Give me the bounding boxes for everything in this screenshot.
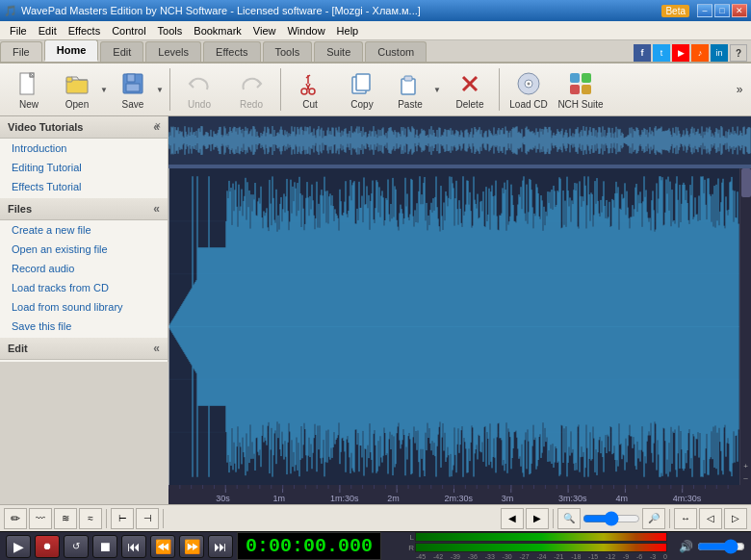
menu-effects[interactable]: Effects xyxy=(63,23,106,38)
save-button[interactable]: Save xyxy=(112,66,154,113)
close-button[interactable]: ✕ xyxy=(732,4,747,17)
undo-button[interactable]: Undo xyxy=(174,66,224,113)
loop-button[interactable]: ↺ xyxy=(64,535,89,558)
record-button[interactable]: ⏺ xyxy=(35,535,60,558)
menu-window[interactable]: Window xyxy=(281,23,330,38)
sidebar-item-record-audio[interactable]: Record audio xyxy=(0,259,168,278)
linkedin-icon[interactable]: in xyxy=(711,44,728,62)
volume-slider[interactable] xyxy=(697,540,745,553)
save-dropdown-arrow[interactable]: ▼ xyxy=(154,66,166,113)
cut-label: Cut xyxy=(302,99,318,110)
menu-bar: File Edit Effects Control Tools Bookmark… xyxy=(0,21,751,40)
tab-edit[interactable]: Edit xyxy=(100,41,143,62)
tab-custom[interactable]: Custom xyxy=(365,41,427,62)
twitter-icon[interactable]: t xyxy=(653,44,670,62)
menu-help[interactable]: Help xyxy=(331,23,365,38)
sidebar-close-button[interactable]: × xyxy=(151,118,165,132)
zoom-slider[interactable] xyxy=(583,512,640,525)
pitch-tool[interactable]: ≈ xyxy=(79,508,102,529)
tab-home[interactable]: Home xyxy=(44,39,99,62)
waveform-overview[interactable] xyxy=(168,116,751,165)
scroll-right-button[interactable]: ▷ xyxy=(724,508,747,529)
open-button[interactable]: Open xyxy=(56,66,98,113)
menu-tools[interactable]: Tools xyxy=(152,23,189,38)
paste-button[interactable]: Paste xyxy=(389,66,431,113)
minimize-button[interactable]: – xyxy=(697,4,712,17)
menu-edit[interactable]: Edit xyxy=(33,23,63,38)
redo-label: Redo xyxy=(240,99,263,110)
tab-file[interactable]: File xyxy=(0,41,42,62)
menu-file[interactable]: File xyxy=(4,23,33,38)
toolbar-sep-3 xyxy=(499,68,500,111)
nch-suite-button[interactable]: NCH Suite xyxy=(556,66,606,113)
open-dropdown-arrow[interactable]: ▼ xyxy=(98,66,110,113)
pencil-tool[interactable]: ✏ xyxy=(4,508,27,529)
load-cd-icon xyxy=(515,70,542,97)
menu-control[interactable]: Control xyxy=(106,23,151,38)
delete-icon xyxy=(456,70,483,97)
menu-bookmark[interactable]: Bookmark xyxy=(188,23,247,38)
scrollbar-thumb[interactable] xyxy=(741,168,751,197)
toolbar: New Open ▼ Save ▼ Undo Redo xyxy=(0,64,751,116)
soundcloud-icon[interactable]: ♪ xyxy=(691,44,709,62)
sidebar-item-editing-tutorial[interactable]: Editing Tutorial xyxy=(0,158,168,177)
svg-rect-6 xyxy=(127,74,135,82)
next-marker-tool[interactable]: ▶ xyxy=(526,508,549,529)
svg-rect-17 xyxy=(404,76,412,81)
sidebar-section-edit-header[interactable]: Edit « xyxy=(0,338,168,360)
vertical-scrollbar[interactable]: + – xyxy=(739,168,751,485)
toolbar-sep-2 xyxy=(280,68,281,111)
cut-button[interactable]: Cut xyxy=(285,66,335,113)
facebook-icon[interactable]: f xyxy=(634,44,651,62)
marker-left-tool[interactable]: ⊢ xyxy=(111,508,134,529)
waveform-main[interactable]: + – xyxy=(168,168,751,485)
sidebar-section-video-tutorials: Video Tutorials « Introduction Editing T… xyxy=(0,116,168,196)
zoom-minus-icon[interactable]: – xyxy=(740,471,751,483)
rewind-button[interactable]: ⏪ xyxy=(150,535,175,558)
redo-button[interactable]: Redo xyxy=(226,66,276,113)
prev-button[interactable]: ⏮ xyxy=(121,535,146,558)
zoom-plus-icon[interactable]: + xyxy=(740,460,751,471)
zoom-in-button[interactable]: 🔎 xyxy=(642,508,665,529)
delete-button[interactable]: Delete xyxy=(445,66,495,113)
spectral-tool[interactable]: ≋ xyxy=(54,508,77,529)
tab-tools[interactable]: Tools xyxy=(263,41,313,62)
stop-button[interactable]: ⏹ xyxy=(92,535,117,558)
marker-right-tool[interactable]: ⊣ xyxy=(136,508,159,529)
menu-view[interactable]: View xyxy=(247,23,282,38)
tab-effects[interactable]: Effects xyxy=(203,41,260,62)
waveform-tool[interactable]: 〰 xyxy=(29,508,52,529)
load-cd-button[interactable]: Load CD xyxy=(504,66,554,113)
sidebar-item-introduction[interactable]: Introduction xyxy=(0,139,168,158)
scroll-left-button[interactable]: ◁ xyxy=(699,508,722,529)
svg-rect-25 xyxy=(570,85,580,94)
sidebar-item-save-file[interactable]: Save this file xyxy=(0,317,168,336)
undo-label: Undo xyxy=(188,99,211,110)
sidebar-section-video-tutorials-header[interactable]: Video Tutorials « xyxy=(0,116,168,139)
tab-suite[interactable]: Suite xyxy=(314,41,363,62)
zoom-fit-button[interactable]: ↔ xyxy=(674,508,697,529)
svg-rect-24 xyxy=(582,73,591,83)
fast-forward-button[interactable]: ⏩ xyxy=(179,535,204,558)
sidebar-item-effects-tutorial[interactable]: Effects Tutorial xyxy=(0,177,168,196)
maximize-button[interactable]: □ xyxy=(714,4,730,17)
sidebar-item-load-tracks-cd[interactable]: Load tracks from CD xyxy=(0,278,168,297)
sidebar-section-files-header[interactable]: Files « xyxy=(0,198,168,220)
youtube-icon[interactable]: ▶ xyxy=(672,44,689,62)
next-button[interactable]: ⏭ xyxy=(208,535,233,558)
zoom-control: 🔍 🔎 xyxy=(557,508,665,529)
copy-button[interactable]: Copy xyxy=(337,66,387,113)
sidebar-item-load-sound-library[interactable]: Load from sound library xyxy=(0,297,168,317)
sidebar-item-open-existing-file[interactable]: Open an existing file xyxy=(0,240,168,259)
tab-levels[interactable]: Levels xyxy=(145,41,201,62)
zoom-out-button[interactable]: 🔍 xyxy=(557,508,581,529)
toolbar-sep-1 xyxy=(169,68,170,111)
prev-marker-tool[interactable]: ◀ xyxy=(501,508,524,529)
play-button[interactable]: ▶ xyxy=(6,535,31,558)
help-icon[interactable]: ? xyxy=(730,44,747,62)
volume-icon: 🔊 xyxy=(679,540,693,553)
sidebar-item-create-new-file[interactable]: Create a new file xyxy=(0,220,168,240)
paste-dropdown-arrow[interactable]: ▼ xyxy=(431,66,443,113)
new-button[interactable]: New xyxy=(4,66,54,113)
toolbar-expand-button[interactable]: » xyxy=(732,66,747,113)
